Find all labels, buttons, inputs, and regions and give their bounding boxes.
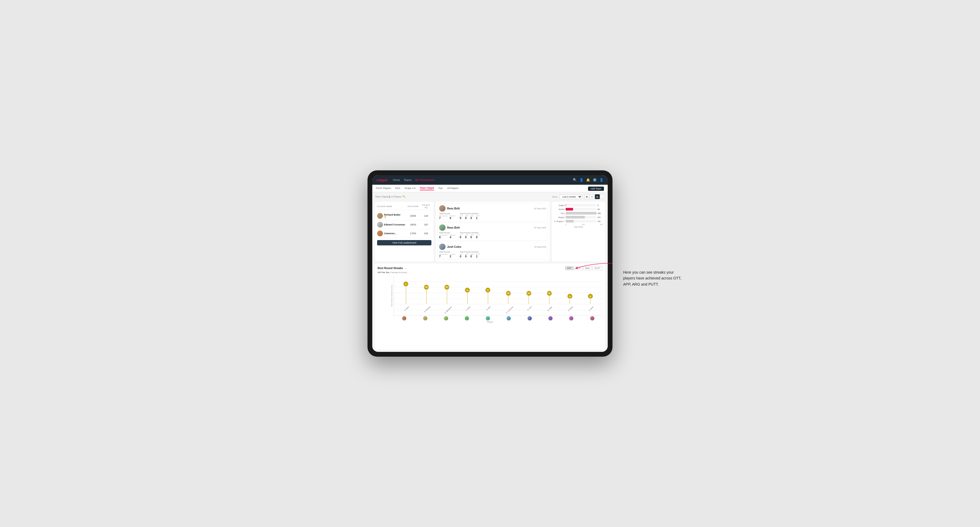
arrow-indicator: ← (404, 267, 407, 270)
leaderboard-header: PLAYER NAME PB SCORE PB AVG SQ (377, 204, 431, 210)
streaks-player-item (540, 316, 561, 321)
practice-activities-group: Total Practice Activities OTT 0 APP (460, 213, 480, 220)
player-card-name: Rees Britt (447, 207, 460, 210)
player-card-stats: Total Rounds Tournament 8 Practice (439, 232, 546, 239)
streak-bubble: 4x (547, 291, 552, 296)
players-x-label: Players (378, 321, 602, 323)
players-panel: Rees Britt 02 Sep 2023 Total Rounds Tour… (436, 202, 550, 261)
practice-val: 2 (450, 255, 456, 258)
nav-home[interactable]: Home (393, 179, 400, 181)
search-icon[interactable]: 🔍 (573, 178, 577, 182)
tablet-screen: clippd Home Teams My Performance 🔍 👤 🔔 ⚙… (372, 175, 608, 352)
practice-val: 6 (450, 217, 456, 220)
chart-row-dbogeys: D. Bogeys + 131 (554, 220, 603, 222)
subnav-all-players[interactable]: All Players (447, 187, 458, 190)
streak-line (488, 293, 488, 304)
subnav-team-clippd[interactable]: Team Clippd (420, 187, 434, 190)
player-name-rotated: R. Britt (486, 306, 493, 313)
player-name-col: Edward Crossman (384, 223, 405, 226)
putt-val: 0 (476, 236, 480, 239)
nav-my-performance[interactable]: My Performance (415, 179, 434, 181)
team-title: Team Clippd | 14 Players (375, 195, 402, 198)
streaks-title: Best Round Streaks (378, 267, 403, 270)
bar-container (566, 208, 597, 211)
total-rounds-label: Total Rounds (439, 251, 455, 253)
streaks-section: Best Round Streaks ← OTT APP ARG PUTT Of… (375, 264, 605, 350)
streak-bubble: 5x (465, 288, 470, 292)
bell-icon[interactable]: 🔔 (586, 178, 590, 182)
player-card-stats: Total Rounds Tournament 7 Practice (439, 213, 546, 220)
player-name-rotated: C. Quick (588, 306, 596, 314)
streaks-player-item (415, 316, 435, 321)
streak-bubble: 6x (444, 285, 449, 290)
streaks-player-item (478, 316, 498, 321)
ott-val: 0 (460, 236, 463, 239)
user-icon[interactable]: 👤 (579, 178, 584, 182)
streaks-player-item (582, 316, 602, 321)
filter-ott[interactable]: OTT (565, 266, 574, 270)
add-team-button[interactable]: Add Team (588, 187, 604, 191)
show-label: Show (552, 195, 557, 198)
player-pb-avg: 103 (421, 232, 431, 235)
subnav-pgat[interactable]: PGAT Players (376, 187, 391, 190)
total-rounds-label: Total Rounds (439, 213, 455, 214)
putt-val: 1 (476, 217, 480, 220)
settings-icon[interactable]: ⚙️ (593, 178, 597, 182)
player-name-rotated: D. Billingham (444, 306, 454, 316)
avatar: 3 (377, 230, 383, 237)
avatar-icon[interactable]: 👤 (600, 178, 603, 182)
ott-val: 0 (460, 217, 463, 220)
streak-col: 6xD. Billingham (437, 285, 457, 310)
practice-activities-label: Total Practice Activities (460, 213, 480, 214)
team-controls: Show Last 3 months ⊞ ≡ ▤ ↓ (552, 194, 605, 199)
avatar (439, 205, 445, 211)
putt-val: 1 (476, 255, 480, 258)
player-name-rotated: D. Ford (527, 306, 534, 313)
player-pb-score: 17/20 (406, 232, 420, 235)
table-view-icon[interactable]: ▤ (595, 194, 600, 199)
subnav-tour[interactable]: Tour (438, 187, 443, 190)
tablet-frame: clippd Home Teams My Performance 🔍 👤 🔔 ⚙… (368, 170, 612, 357)
bar-label-birdies: Birdies (554, 208, 565, 210)
filter-app[interactable]: APP (574, 266, 583, 270)
streak-bubble: 6x (424, 285, 429, 290)
player-name: Richard Butler (384, 213, 405, 216)
streaks-chart: 7xE. Ebert6xB. McHarg6xD. Billingham5xJ.… (394, 276, 602, 316)
streak-col: 6xB. McHarg (417, 285, 436, 310)
player-pb-avg: 107 (421, 223, 431, 226)
streak-col: 4xM. Miller (539, 291, 559, 310)
player-name: Cameron... (384, 232, 405, 235)
player-pb-score: 18/20 (406, 223, 420, 226)
rank-badge: 1 (381, 217, 383, 219)
tournament-val: 7 (439, 217, 448, 220)
view-leaderboard-button[interactable]: View Full Leaderboard (377, 240, 431, 245)
col-pb-avg: PB AVG SQ (421, 204, 431, 209)
chart-x-label: Total Shots (554, 226, 603, 228)
player-card-name: Rees Britt (447, 226, 460, 229)
app-logo: clippd (377, 178, 387, 182)
streak-bubble: 7x (403, 282, 408, 286)
bar-label-dbogeys: D. Bogeys + (554, 221, 565, 222)
streaks-player-item (498, 316, 519, 321)
chart-row-eagles: Eagles 3 (554, 204, 603, 206)
total-rounds-label: Total Rounds (439, 232, 455, 234)
period-select[interactable]: Last 3 months (560, 195, 582, 199)
bar-value-pars: 499 (598, 213, 603, 214)
subnav-hcaps[interactable]: Hcaps 1-5 (404, 187, 415, 190)
streak-col: 4xD. Ford (519, 291, 539, 310)
player-pb-score: 19/20 (406, 214, 420, 217)
streaks-player-item (394, 316, 414, 321)
grid-view-icon[interactable]: ⊞ (584, 194, 589, 199)
subnav-pga[interactable]: PGA (395, 187, 400, 190)
filter-putt[interactable]: PUTT (593, 266, 602, 270)
streak-col: 3xR. Butler (560, 294, 580, 310)
streak-bubble: 4x (506, 291, 511, 296)
list-view-icon[interactable]: ≡ (590, 194, 594, 199)
nav-teams[interactable]: Teams (404, 179, 412, 181)
col-player-name: PLAYER NAME (377, 205, 405, 208)
filter-arg[interactable]: ARG (583, 266, 592, 270)
player-card-name: Josh Coles (447, 245, 461, 248)
chart-view-icon[interactable]: ↓ (600, 194, 605, 199)
table-row: 2 Edward Crossman 18/20 107 (377, 221, 431, 229)
edit-icon[interactable]: ✏️ (402, 195, 406, 198)
